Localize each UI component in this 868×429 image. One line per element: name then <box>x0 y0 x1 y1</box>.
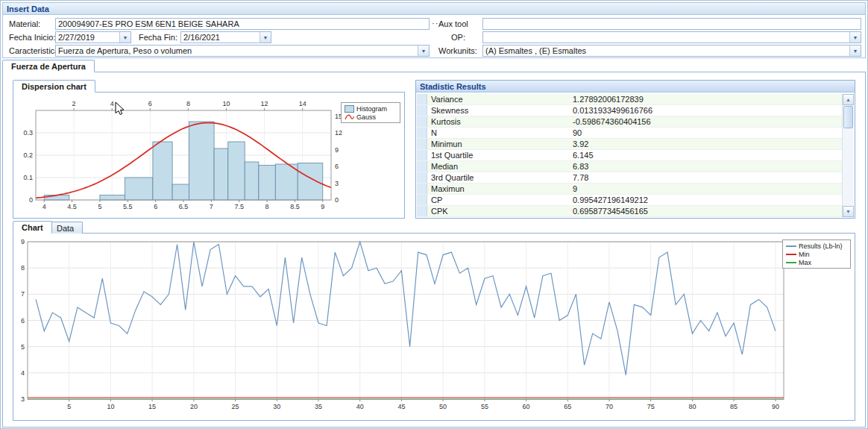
stats-row[interactable]: 1st Quartile6.145 <box>417 150 843 161</box>
svg-text:4.5: 4.5 <box>67 203 77 210</box>
stat-name: CPK <box>427 206 570 216</box>
workunits-value: (A) Esmaltes , (E) Esmaltes <box>483 46 849 56</box>
svg-text:10: 10 <box>107 403 114 410</box>
chevron-down-icon[interactable]: ▼ <box>849 32 861 43</box>
row-indicator-icon <box>417 206 427 216</box>
material-label: Material: <box>9 19 40 29</box>
svg-text:5: 5 <box>67 403 71 410</box>
chevron-down-icon[interactable]: ▼ <box>849 46 861 56</box>
svg-text:85: 85 <box>730 403 738 410</box>
svg-text:80: 80 <box>688 403 696 410</box>
chevron-down-icon[interactable]: ▼ <box>418 46 429 56</box>
gauss-curve-icon <box>345 113 354 121</box>
svg-text:8: 8 <box>21 264 25 272</box>
stat-value: 3.92 <box>570 139 843 149</box>
svg-text:70: 70 <box>606 403 613 410</box>
stats-panel: Stadistic Results Variance1.278920061728… <box>415 80 855 219</box>
stat-name: 1st Quartile <box>427 150 570 160</box>
legend-label: Max <box>799 259 811 266</box>
svg-text:8: 8 <box>186 100 190 107</box>
fecha-inicio-combo[interactable]: 2/27/2019 ▼ <box>55 31 131 43</box>
stats-row[interactable]: Skewness0.0131933499616766 <box>417 105 843 116</box>
svg-text:45: 45 <box>397 403 405 410</box>
chevron-down-icon[interactable]: ▼ <box>260 32 271 43</box>
stat-name: Kurtosis <box>427 116 570 127</box>
stats-row[interactable]: CP0.995427196149212 <box>417 195 843 206</box>
row-indicator-icon <box>417 184 427 194</box>
stat-value: 9 <box>570 184 843 194</box>
caracteristicas-combo[interactable]: Fuerza de Apertura, Peso o volumen ▼ <box>55 45 430 57</box>
op-combo[interactable]: ▼ <box>482 31 861 43</box>
material-field[interactable]: 200094907-ES PRO ESM 6EN1 BEIGE SAHARA <box>55 18 430 30</box>
svg-text:25: 25 <box>232 403 239 410</box>
svg-text:9: 9 <box>321 203 324 210</box>
stats-row[interactable]: N90 <box>417 128 843 139</box>
stat-name: Maximun <box>427 184 570 194</box>
tab-dispersion-chart[interactable]: Dispersion chart <box>13 80 95 93</box>
stat-name: N <box>427 128 570 138</box>
svg-text:0.2: 0.2 <box>23 151 33 159</box>
aux-tool-field[interactable] <box>482 18 861 30</box>
stats-row[interactable]: Minimun3.92 <box>417 139 843 150</box>
stat-value: 0.0131933499616766 <box>570 105 843 116</box>
tab-data[interactable]: Data <box>48 222 83 234</box>
svg-text:35: 35 <box>315 403 322 410</box>
svg-text:5: 5 <box>21 343 25 351</box>
svg-text:0: 0 <box>29 196 33 204</box>
row-indicator-icon <box>417 116 427 127</box>
stats-row[interactable]: Kurtosis-0.598674360404156 <box>417 116 843 128</box>
svg-text:9: 9 <box>335 146 339 154</box>
fecha-fin-value: 2/16/2021 <box>181 32 260 43</box>
legend-item: Results (Lb-ln) <box>786 242 847 250</box>
svg-text:6: 6 <box>154 203 157 210</box>
legend-label: Min <box>799 251 810 258</box>
svg-text:5.5: 5.5 <box>123 203 133 210</box>
tab-fuerza-de-apertura[interactable]: Fuerza de Apertura <box>2 60 95 72</box>
row-indicator-icon <box>417 172 427 183</box>
svg-text:6: 6 <box>148 100 152 107</box>
insert-data-group: Insert Data Material: 200094907-ES PRO E… <box>2 2 866 58</box>
stats-row[interactable]: Median6.83 <box>417 161 843 172</box>
svg-text:10: 10 <box>222 100 230 107</box>
stats-scrollbar[interactable]: ▲ ▼ <box>842 94 854 217</box>
svg-text:75: 75 <box>647 403 655 410</box>
chevron-down-icon[interactable]: ▼ <box>119 32 130 43</box>
stat-name: Variance <box>427 94 570 104</box>
svg-text:4: 4 <box>21 369 25 377</box>
tab-chart[interactable]: Chart <box>13 221 52 234</box>
stat-name: Skewness <box>427 105 570 116</box>
op-label: OP: <box>451 32 465 43</box>
svg-text:3: 3 <box>335 180 339 187</box>
stats-row[interactable]: 3rd Quartile7.78 <box>417 172 843 184</box>
scrollbar-thumb[interactable] <box>843 106 853 128</box>
legend-item: Min <box>786 250 847 258</box>
app-window: Insert Data Material: 200094907-ES PRO E… <box>0 0 868 429</box>
svg-text:7: 7 <box>210 203 213 210</box>
stat-value: 6.145 <box>570 150 843 160</box>
svg-text:4: 4 <box>43 203 46 210</box>
svg-text:15: 15 <box>148 403 156 410</box>
insert-data-header: Insert Data <box>3 3 865 15</box>
svg-text:60: 60 <box>523 403 530 410</box>
scroll-down-icon[interactable]: ▼ <box>843 206 854 217</box>
scroll-up-icon[interactable]: ▲ <box>843 94 854 105</box>
legend-item: Max <box>786 258 847 266</box>
svg-text:2: 2 <box>72 100 76 107</box>
workunits-combo[interactable]: (A) Esmaltes , (E) Esmaltes ▼ <box>482 45 861 57</box>
svg-text:50: 50 <box>439 403 447 410</box>
stats-table: Variance1.27892006172839Skewness0.013193… <box>417 94 843 217</box>
aux-tool-label: Aux tool <box>438 19 468 29</box>
svg-text:90: 90 <box>772 403 779 410</box>
svg-text:0: 0 <box>335 196 339 204</box>
stats-row[interactable]: CPK0.695877345456165 <box>417 206 843 217</box>
stat-value: -0.598674360404156 <box>570 116 843 127</box>
fecha-fin-combo[interactable]: 2/16/2021 ▼ <box>180 31 271 43</box>
histogram-swatch-icon <box>345 105 354 113</box>
fecha-inicio-value: 2/27/2019 <box>56 32 119 43</box>
stats-row[interactable]: Variance1.27892006172839 <box>417 94 843 105</box>
legend-label: Results (Lb-ln) <box>799 242 843 250</box>
row-indicator-icon <box>417 150 427 160</box>
stat-name: Minimun <box>427 139 570 149</box>
stats-row[interactable]: Maximun9 <box>417 184 843 195</box>
svg-text:8: 8 <box>265 203 269 210</box>
